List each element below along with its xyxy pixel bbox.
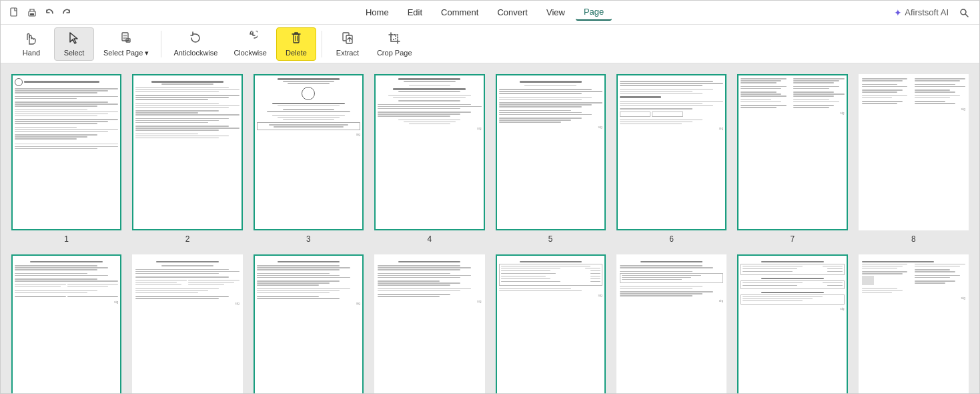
select-page-button[interactable]: Select Page ▾ <box>97 27 155 61</box>
page-item-9[interactable]: sig 9 <box>11 254 121 394</box>
page-item-11[interactable]: sig 11 <box>254 254 364 394</box>
menu-page[interactable]: Page <box>576 4 612 21</box>
anticlockwise-label: Anticlockwise <box>173 49 217 57</box>
crop-page-label: Crop Page <box>377 49 412 57</box>
hand-tool-button[interactable]: Hand <box>11 27 51 61</box>
svg-line-4 <box>966 14 969 17</box>
page-thumb-8[interactable]: sig <box>859 74 969 230</box>
menu-edit[interactable]: Edit <box>400 5 430 20</box>
delete-button[interactable]: Delete <box>276 27 316 61</box>
title-bar: Home Edit Comment Convert View Page ✦ Af… <box>1 1 979 25</box>
svg-rect-9 <box>294 34 299 43</box>
page-item-16[interactable]: sig 16 <box>859 254 969 394</box>
page-thumb-16[interactable]: sig <box>859 254 969 394</box>
extract-button[interactable]: Extract <box>328 27 368 61</box>
page-item-13[interactable]: sig 13 <box>496 254 606 394</box>
page-thumb-1[interactable] <box>11 74 121 230</box>
print-icon[interactable] <box>26 7 38 19</box>
page-item-12[interactable]: sig 12 <box>374 254 484 394</box>
menu-bar: Home Edit Comment Convert View Page <box>83 4 886 21</box>
page-thumb-14[interactable]: sig <box>616 254 726 394</box>
page-thumb-2[interactable] <box>132 74 242 230</box>
menu-convert[interactable]: Convert <box>489 5 536 20</box>
page-thumb-4[interactable]: sig <box>374 74 484 230</box>
page-item-5[interactable]: sig 5 <box>496 74 606 244</box>
page-thumb-11[interactable]: sig <box>254 254 364 394</box>
page-number-3: 3 <box>306 234 311 244</box>
svg-point-3 <box>961 9 966 15</box>
page-thumb-6[interactable]: sig <box>616 74 726 230</box>
toolbar: Hand Select Select Page ▾ <box>1 25 979 63</box>
delete-label: Delete <box>286 49 307 57</box>
crop-page-icon <box>387 31 402 47</box>
ai-star-icon: ✦ <box>894 7 902 18</box>
page-item-15[interactable]: sig 15 <box>737 254 847 394</box>
svg-rect-0 <box>11 8 17 16</box>
clockwise-label: Clockwise <box>233 49 267 57</box>
page-number-2: 2 <box>185 234 190 244</box>
svg-rect-2 <box>30 13 34 15</box>
search-icon[interactable] <box>957 5 971 20</box>
page-number-7: 7 <box>791 234 795 244</box>
page-item-8[interactable]: sig 8 <box>859 74 969 244</box>
page-thumb-9[interactable]: sig <box>11 254 121 394</box>
page-item-7[interactable]: sig 7 <box>737 74 847 244</box>
menu-comment[interactable]: Comment <box>433 5 486 20</box>
hand-label: Hand <box>23 49 40 57</box>
ai-brand-label: Afirstsoft AI <box>905 7 949 17</box>
page-thumb-13[interactable]: sig <box>496 254 606 394</box>
page-item-14[interactable]: sig 14 <box>616 254 726 394</box>
menu-view[interactable]: View <box>538 5 573 20</box>
separator-1 <box>161 31 161 57</box>
hand-icon <box>24 31 39 47</box>
page-number-6: 6 <box>669 234 674 244</box>
separator-2 <box>322 31 322 57</box>
delete-icon <box>289 31 304 47</box>
select-page-icon <box>119 31 133 47</box>
extract-label: Extract <box>336 49 359 57</box>
page-number-1: 1 <box>64 234 69 244</box>
page-thumb-15[interactable]: sig <box>737 254 847 394</box>
clockwise-icon <box>243 31 258 47</box>
crop-page-button[interactable]: Crop Page <box>370 27 419 61</box>
select-tool-button[interactable]: Select <box>54 27 94 61</box>
pages-area[interactable]: 1 2 <box>1 63 979 394</box>
page-item-3[interactable]: sig 3 <box>254 74 364 244</box>
select-label: Select <box>64 49 85 57</box>
page-item-6[interactable]: sig 6 <box>616 74 726 244</box>
ai-brand[interactable]: ✦ Afirstsoft AI <box>894 7 949 18</box>
page-thumb-7[interactable]: sig <box>737 74 847 230</box>
page-number-4: 4 <box>427 234 432 244</box>
page-item-2[interactable]: 2 <box>132 74 242 244</box>
redo-icon[interactable] <box>61 7 73 19</box>
page-item-4[interactable]: sig 4 <box>374 74 484 244</box>
page-thumb-5[interactable]: sig <box>496 74 606 230</box>
new-file-icon[interactable] <box>9 7 21 19</box>
menu-home[interactable]: Home <box>358 5 397 20</box>
page-number-8: 8 <box>911 234 916 244</box>
page-thumb-12[interactable]: sig <box>374 254 484 394</box>
anticlockwise-icon <box>188 31 203 47</box>
undo-icon[interactable] <box>43 7 55 19</box>
quick-access-toolbar <box>9 7 73 19</box>
extract-icon <box>340 31 355 47</box>
page-thumb-10[interactable]: sig <box>132 254 242 394</box>
page-number-5: 5 <box>548 234 553 244</box>
select-page-label: Select Page ▾ <box>103 49 149 57</box>
page-thumb-3[interactable]: sig <box>254 74 364 230</box>
anticlockwise-button[interactable]: Anticlockwise <box>167 27 224 61</box>
svg-rect-15 <box>391 35 396 39</box>
page-item-1[interactable]: 1 <box>11 74 121 244</box>
pages-grid: 1 2 <box>11 74 969 394</box>
clockwise-button[interactable]: Clockwise <box>227 27 274 61</box>
page-item-10[interactable]: sig 10 <box>132 254 242 394</box>
select-icon <box>67 31 81 47</box>
